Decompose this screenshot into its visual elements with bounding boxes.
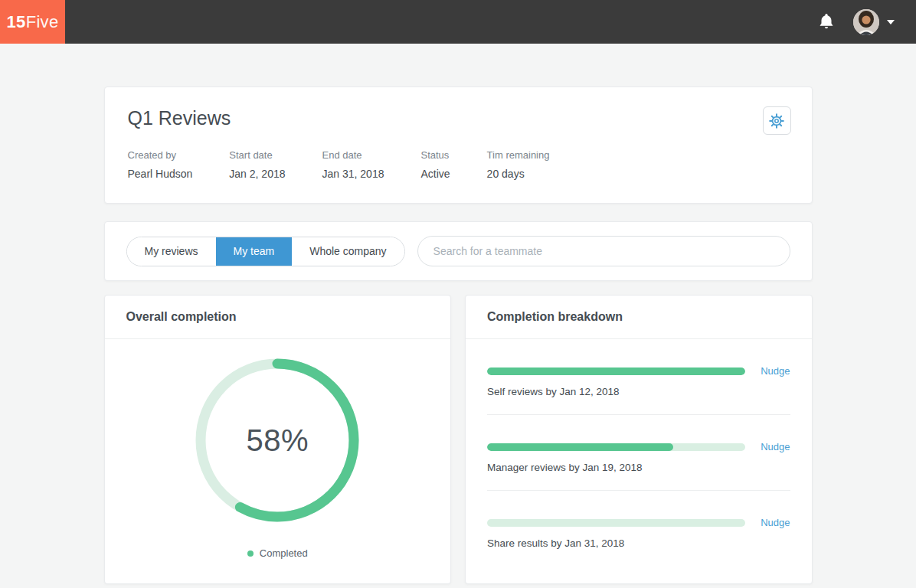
- nudge-link[interactable]: Nudge: [761, 441, 790, 452]
- nudge-link[interactable]: Nudge: [761, 517, 790, 528]
- progress-bar: [487, 519, 745, 527]
- gear-icon: [769, 113, 784, 129]
- progress-bar: [487, 368, 745, 375]
- meta-label: Start date: [229, 149, 285, 161]
- completion-breakdown-card: Completion breakdown Nudge Self reviews …: [465, 295, 813, 584]
- legend-dot: [247, 550, 254, 557]
- card-title: Completion breakdown: [466, 296, 812, 339]
- donut-percent: 58%: [191, 354, 363, 526]
- page-title: Q1 Reviews: [128, 107, 789, 129]
- search-input[interactable]: [417, 236, 790, 266]
- progress-fill: [487, 443, 673, 451]
- tab-whole-company[interactable]: Whole company: [292, 237, 404, 266]
- meta-value: Jan 2, 2018: [229, 168, 285, 180]
- progress-bar: [487, 443, 745, 451]
- avatar-image: [853, 9, 879, 35]
- notifications-button[interactable]: [819, 14, 833, 30]
- row-label: Manager reviews by Jan 19, 2018: [487, 462, 790, 473]
- bell-icon: [819, 14, 833, 30]
- breakdown-row-self-reviews: Nudge Self reviews by Jan 12, 2018: [487, 339, 790, 415]
- filter-card: My reviews My team Whole company: [104, 221, 813, 281]
- donut-chart: 58%: [191, 354, 363, 526]
- card-title: Overall completion: [105, 296, 451, 339]
- logo-text-light: Five: [26, 12, 59, 32]
- meta-end-date: End date Jan 31, 2018: [322, 149, 384, 180]
- breakdown-body: Nudge Self reviews by Jan 12, 2018 Nudge…: [466, 339, 812, 566]
- meta-time-remaining: Tim remaining 20 days: [487, 149, 550, 180]
- avatar[interactable]: [853, 9, 879, 35]
- main-content: Q1 Reviews Created by Pearl Hudson Start…: [104, 87, 813, 584]
- meta-start-date: Start date Jan 2, 2018: [229, 149, 285, 180]
- bar-line: Nudge: [487, 365, 790, 377]
- legend-label: Completed: [260, 547, 308, 559]
- meta-label: Tim remaining: [487, 149, 550, 161]
- chevron-down-icon[interactable]: [887, 20, 895, 24]
- meta-value: Active: [420, 168, 450, 180]
- bottom-row: Overall completion 58% Completed Complet…: [104, 295, 813, 584]
- progress-fill: [487, 368, 745, 375]
- breakdown-row-manager-reviews: Nudge Manager reviews by Jan 19, 2018: [487, 415, 790, 491]
- tab-my-reviews[interactable]: My reviews: [127, 237, 216, 266]
- bar-line: Nudge: [487, 441, 790, 452]
- donut-body: 58% Completed: [105, 339, 451, 583]
- breakdown-row-share-results: Nudge Share results by Jan 31, 2018: [487, 491, 790, 566]
- bar-line: Nudge: [487, 517, 790, 528]
- app-logo[interactable]: 15Five: [0, 0, 65, 44]
- nudge-link[interactable]: Nudge: [761, 365, 790, 377]
- meta-value: 20 days: [487, 168, 550, 180]
- meta-label: End date: [322, 149, 384, 161]
- meta-list: Created by Pearl Hudson Start date Jan 2…: [128, 149, 789, 180]
- meta-label: Status: [420, 149, 450, 161]
- meta-value: Jan 31, 2018: [322, 168, 384, 180]
- meta-created-by: Created by Pearl Hudson: [128, 149, 193, 180]
- row-label: Self reviews by Jan 12, 2018: [487, 386, 790, 397]
- review-summary-card: Q1 Reviews Created by Pearl Hudson Start…: [104, 87, 813, 204]
- legend: Completed: [247, 547, 308, 559]
- logo-text-bold: 15: [7, 12, 26, 32]
- overall-completion-card: Overall completion 58% Completed: [104, 295, 452, 584]
- settings-button[interactable]: [763, 106, 791, 135]
- segmented-control: My reviews My team Whole company: [126, 237, 405, 266]
- meta-value: Pearl Hudson: [128, 168, 193, 180]
- row-label: Share results by Jan 31, 2018: [487, 537, 790, 549]
- meta-status: Status Active: [420, 149, 450, 180]
- tab-my-team[interactable]: My team: [216, 237, 293, 266]
- topbar: 15Five: [0, 0, 916, 44]
- meta-label: Created by: [128, 149, 193, 161]
